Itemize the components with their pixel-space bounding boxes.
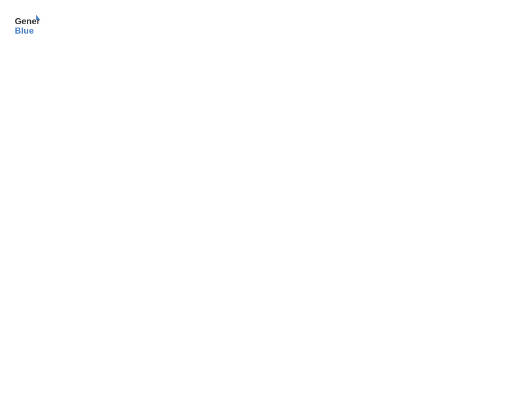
svg-text:Blue: Blue [15, 26, 34, 36]
logo-icon: General Blue [13, 13, 40, 38]
logo: General Blue [13, 13, 40, 38]
page-header: General Blue [13, 13, 519, 38]
